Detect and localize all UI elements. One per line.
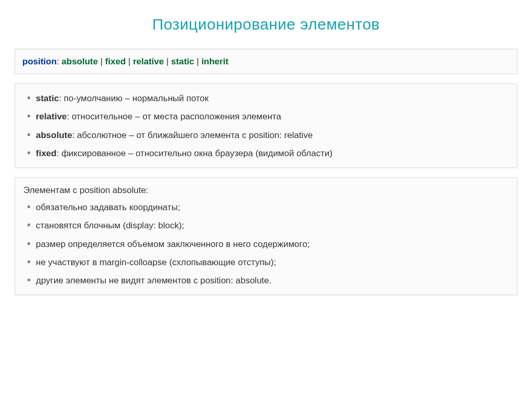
syntax-value: static — [171, 57, 194, 66]
slide: Позиционирование элементов position: abs… — [0, 0, 532, 317]
syntax-colon: : — [57, 57, 61, 66]
definition-text: : по-умолчанию – нормальный поток — [59, 93, 208, 103]
syntax-value: inherit — [202, 57, 229, 66]
syntax-box: position: absolute | fixed | relative | … — [15, 49, 517, 74]
note-text: не участвуют в margin-colloapse (схлопыв… — [36, 257, 276, 267]
definitions-box: static: по-умолчанию – нормальный поток … — [15, 84, 517, 168]
page-title: Позиционирование элементов — [15, 16, 517, 33]
definition-keyword: relative — [36, 112, 67, 121]
syntax-value: relative — [133, 57, 164, 66]
definition-keyword: static — [36, 93, 59, 103]
list-item: absolute: абсолютное – от ближайшего эле… — [22, 126, 510, 144]
definition-text: : фиксированное – относительно окна брау… — [57, 148, 332, 158]
syntax-pipe: | — [126, 57, 133, 66]
definitions-list: static: по-умолчанию – нормальный поток … — [22, 89, 510, 162]
list-item: другие элементы не видят элементов с pos… — [22, 271, 510, 290]
note-text: становятся блочным (display: block); — [36, 221, 184, 230]
definition-text: : относительное – от места расположения … — [67, 112, 282, 121]
syntax-pipe: | — [164, 57, 171, 66]
definition-text: : абсолютное – от ближайшего элемента с … — [72, 130, 313, 140]
syntax-property: position — [22, 57, 57, 66]
note-text: другие элементы не видят элементов с pos… — [36, 276, 272, 285]
syntax-value: fixed — [105, 57, 126, 66]
note-text: обязательно задавать координаты; — [36, 202, 180, 212]
notes-list: обязательно задавать координаты; становя… — [22, 198, 510, 290]
list-item: static: по-умолчанию – нормальный поток — [22, 89, 510, 107]
list-item: обязательно задавать координаты; — [22, 198, 510, 216]
syntax-pipe: | — [98, 57, 105, 66]
notes-box: Элементам с position absolute: обязатель… — [15, 177, 517, 295]
list-item: fixed: фиксированное – относительно окна… — [22, 144, 510, 162]
list-item: не участвуют в margin-colloapse (схлопыв… — [22, 253, 510, 271]
syntax-pipe: | — [194, 57, 202, 66]
definition-keyword: fixed — [36, 148, 57, 158]
note-text: размер определяется объемом заключенного… — [36, 239, 310, 249]
definition-keyword: absolute — [36, 130, 72, 140]
syntax-value: absolute — [62, 57, 98, 66]
list-item: relative: относительное – от места распо… — [22, 107, 510, 126]
notes-intro: Элементам с position absolute: — [22, 183, 510, 197]
list-item: размер определяется объемом заключенного… — [22, 235, 510, 253]
list-item: становятся блочным (display: block); — [22, 216, 510, 235]
syntax-line: position: absolute | fixed | relative | … — [22, 54, 510, 68]
